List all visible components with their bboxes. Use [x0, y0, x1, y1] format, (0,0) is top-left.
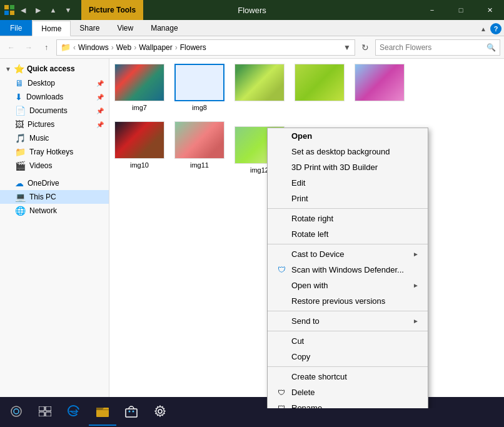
file-item-img9b[interactable] [295, 64, 345, 104]
search-box[interactable]: 🔍 [375, 39, 500, 56]
sidebar-item-tray-hotkeys[interactable]: 📁 Tray Hotkeys [0, 145, 109, 159]
ctx-send-to[interactable]: Send to ► [268, 313, 428, 329]
taskbar-store[interactable] [118, 398, 145, 426]
sidebar-label-downloads: Downloads [26, 93, 63, 101]
file-thumb-img11 [174, 121, 224, 159]
search-icon: 🔍 [486, 43, 496, 52]
file-item-img10[interactable]: img10 [114, 121, 164, 169]
ctx-open-with-arrow: ► [413, 282, 419, 289]
close-button[interactable]: ✕ [475, 0, 504, 20]
documents-icon: 📄 [15, 106, 26, 116]
sidebar-label-desktop: Desktop [28, 79, 55, 88]
pictures-icon: 🖼 [15, 119, 24, 129]
qat-more[interactable]: ▼ [61, 3, 75, 17]
sidebar-label-network: Network [29, 206, 57, 215]
ctx-delete-icon: 🛡 [276, 388, 286, 397]
sidebar-item-thispc[interactable]: 💻 This PC [0, 190, 109, 204]
forward-button[interactable]: → [21, 40, 36, 55]
pin-icon-pictures: 📌 [96, 121, 104, 128]
ribbon-tabs: File Home Share View Manage ▲ ? [0, 20, 504, 36]
quick-access-header[interactable]: ▼ ⭐ Quick access [0, 61, 109, 76]
ctx-divider-3 [268, 311, 428, 311]
ctx-cast[interactable]: Cast to Device ► [268, 246, 428, 262]
path-wallpaper[interactable]: Wallpaper [139, 43, 173, 52]
ctx-restore[interactable]: Restore previous versions [268, 293, 428, 309]
ctx-3dprint[interactable]: 3D Print with 3D Builder [268, 159, 428, 175]
sidebar-item-music[interactable]: 🎵 Music [0, 131, 109, 145]
svg-rect-20 [126, 409, 137, 417]
svg-point-13 [14, 409, 19, 414]
minimize-button[interactable]: − [418, 0, 446, 20]
file-item-img8[interactable]: img8 [174, 64, 224, 111]
app-icon [4, 4, 15, 16]
taskbar-settings[interactable] [146, 398, 174, 426]
tab-home[interactable]: Home [32, 21, 71, 36]
ribbon-collapse[interactable]: ▲ [476, 22, 490, 36]
file-item-img9c[interactable] [355, 64, 405, 104]
file-item-img9a[interactable] [234, 64, 285, 104]
taskbar-edge[interactable] [60, 398, 88, 426]
ctx-open[interactable]: Open [268, 128, 428, 144]
ctx-cut-label: Cut [291, 336, 304, 346]
tab-view[interactable]: View [108, 20, 142, 36]
sidebar-item-network[interactable]: 🌐 Network [0, 204, 109, 218]
ctx-rename[interactable]: 🛡 Rename [268, 400, 428, 408]
taskbar [0, 397, 504, 427]
file-label-img8: img8 [192, 104, 207, 111]
svg-rect-1 [10, 5, 14, 9]
ctx-rotate-left[interactable]: Rotate left [268, 226, 428, 242]
ctx-create-shortcut[interactable]: Create shortcut [268, 369, 428, 384]
sidebar-item-onedrive[interactable]: ☁ OneDrive [0, 176, 109, 190]
path-flowers[interactable]: Flowers [180, 43, 206, 52]
file-item-img7[interactable]: img7 [114, 64, 164, 111]
path-dropdown-arrow[interactable]: ▼ [343, 43, 351, 52]
maximize-button[interactable]: □ [446, 0, 475, 20]
svg-rect-19 [96, 409, 109, 410]
taskbar-taskview[interactable] [31, 398, 59, 426]
ctx-delete[interactable]: 🛡 Delete [268, 384, 428, 400]
qat-up[interactable]: ▲ [46, 3, 60, 17]
sidebar-item-downloads[interactable]: ⬇ Downloads 📌 [0, 90, 109, 104]
ctx-restore-label: Restore previous versions [291, 296, 385, 306]
ctx-cut[interactable]: Cut [268, 333, 428, 349]
ctx-set-desktop[interactable]: Set as desktop background [268, 144, 428, 159]
refresh-button[interactable]: ↻ [358, 40, 373, 55]
ctx-edit[interactable]: Edit [268, 175, 428, 191]
file-thumb-img8 [174, 64, 224, 101]
sidebar-item-desktop[interactable]: 🖥 Desktop 📌 [0, 76, 109, 90]
quick-access-icon: ⭐ [14, 64, 24, 74]
ctx-open-with[interactable]: Open with ► [268, 278, 428, 293]
sidebar-item-pictures[interactable]: 🖼 Pictures 📌 [0, 118, 109, 131]
tab-manage[interactable]: Manage [142, 20, 186, 36]
tab-share[interactable]: Share [71, 20, 108, 36]
ctx-scan-label: Scan with Windows Defender... [291, 265, 404, 274]
up-button[interactable]: ↑ [39, 40, 54, 55]
file-thumb-img9a [234, 64, 285, 101]
ctx-copy[interactable]: Copy [268, 349, 428, 364]
back-button[interactable]: ← [4, 40, 19, 55]
taskbar-explorer[interactable] [89, 398, 116, 426]
path-web[interactable]: Web [116, 43, 131, 52]
ctx-rotate-right[interactable]: Rotate right [268, 211, 428, 226]
downloads-icon: ⬇ [15, 92, 23, 102]
tab-file[interactable]: File [0, 20, 32, 36]
sidebar-item-documents[interactable]: 📄 Documents 📌 [0, 104, 109, 118]
help-button[interactable]: ? [490, 23, 501, 34]
ctx-divider-2 [268, 244, 428, 244]
path-windows[interactable]: Windows [78, 43, 109, 52]
file-label-img7: img7 [132, 104, 147, 111]
content-area: img7 img8 img10 [109, 59, 504, 408]
videos-icon: 🎬 [15, 161, 26, 171]
sidebar-item-videos[interactable]: 🎬 Videos [0, 159, 109, 173]
ctx-scan[interactable]: 🛡 Scan with Windows Defender... [268, 262, 428, 278]
file-thumb-img7 [114, 64, 164, 101]
search-input[interactable] [380, 43, 484, 52]
qat-back[interactable]: ◀ [16, 3, 30, 17]
ctx-scan-icon: 🛡 [276, 265, 286, 274]
taskbar-cortana[interactable] [3, 398, 30, 426]
ctx-print[interactable]: Print [268, 191, 428, 206]
address-path[interactable]: 📁 ‹ Windows › Web › Wallpaper › Flowers … [56, 39, 355, 56]
qat-forward[interactable]: ▶ [31, 3, 45, 17]
file-item-img11[interactable]: img11 [174, 121, 224, 169]
svg-rect-15 [46, 406, 51, 411]
